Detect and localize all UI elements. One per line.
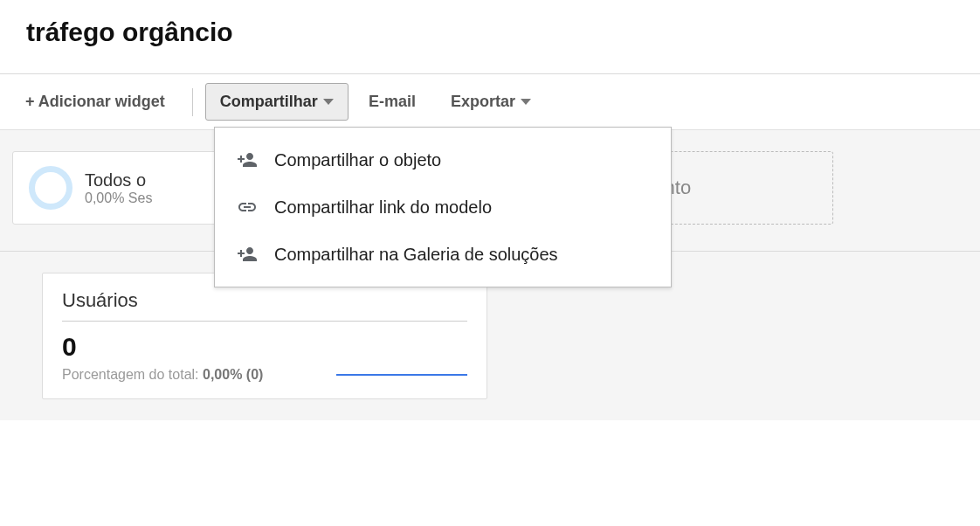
widget-percent-value: 0,00% (0) bbox=[203, 367, 263, 382]
widget-value: 0 bbox=[62, 332, 467, 362]
share-gallery-item[interactable]: Compartilhar na Galeria de soluções bbox=[215, 231, 671, 278]
link-icon bbox=[236, 196, 259, 218]
export-label: Exportar bbox=[451, 93, 515, 111]
widget-percent-label: Porcentagem do total: bbox=[62, 367, 203, 382]
share-gallery-label: Compartilhar na Galeria de soluções bbox=[274, 245, 558, 265]
share-dropdown: Compartilhar o objeto Compartilhar link … bbox=[214, 127, 672, 287]
add-widget-button[interactable]: + Adicionar widget bbox=[10, 83, 180, 121]
share-template-link-label: Compartilhar link do modelo bbox=[274, 197, 492, 218]
share-object-item[interactable]: Compartilhar o objeto bbox=[215, 136, 671, 183]
page-title: tráfego orgâncio bbox=[26, 17, 954, 47]
email-button[interactable]: E-mail bbox=[354, 83, 431, 121]
person-add-icon bbox=[236, 243, 259, 266]
email-label: E-mail bbox=[369, 93, 416, 111]
person-add-icon bbox=[236, 149, 259, 171]
toolbar-region: + Adicionar widget Compartilhar E-mail E… bbox=[0, 73, 980, 252]
segment-title: Todos o bbox=[85, 170, 152, 190]
share-template-link-item[interactable]: Compartilhar link do modelo bbox=[215, 183, 671, 231]
export-button[interactable]: Exportar bbox=[436, 83, 546, 121]
widget-title: Usuários bbox=[62, 289, 467, 322]
segment-text: Todos o 0,00% Ses bbox=[85, 170, 152, 206]
add-widget-label: + Adicionar widget bbox=[25, 93, 165, 111]
toolbar: + Adicionar widget Compartilhar E-mail E… bbox=[0, 74, 980, 130]
share-object-label: Compartilhar o objeto bbox=[274, 150, 441, 170]
share-label: Compartilhar bbox=[220, 93, 318, 111]
users-widget[interactable]: Usuários 0 Porcentagem do total: 0,00% (… bbox=[42, 273, 487, 399]
caret-down-icon bbox=[521, 99, 531, 105]
widget-footer: Porcentagem do total: 0,00% (0) bbox=[62, 367, 467, 383]
segment-subtitle: 0,00% Ses bbox=[85, 190, 152, 206]
caret-down-icon bbox=[323, 99, 334, 105]
widget-percent-text: Porcentagem do total: 0,00% (0) bbox=[62, 367, 263, 383]
segment-circle-icon bbox=[29, 166, 72, 210]
sparkline bbox=[336, 374, 467, 376]
share-button[interactable]: Compartilhar bbox=[205, 83, 349, 121]
toolbar-separator bbox=[192, 88, 193, 116]
